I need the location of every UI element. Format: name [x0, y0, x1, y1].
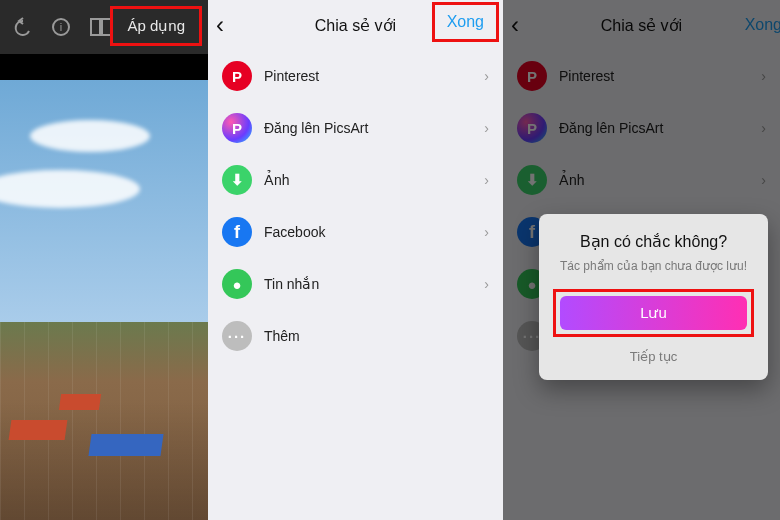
undo-icon[interactable] [8, 14, 34, 40]
share-panel-dimmed: ‹ Chia sẻ với Xong PPinterest›PĐăng lên … [503, 0, 780, 520]
continue-button[interactable]: Tiếp tục [553, 349, 754, 364]
share-row[interactable]: PPinterest› [208, 50, 503, 102]
editor-panel: i Áp dụng [0, 0, 208, 520]
app-icon: ··· [222, 321, 252, 351]
share-panel: ‹ Chia sẻ với Xong PPinterest›PĐăng lên … [208, 0, 503, 520]
back-button[interactable]: ‹ [216, 0, 224, 50]
app-icon: ⬇ [222, 165, 252, 195]
chevron-right-icon: › [484, 120, 489, 136]
info-icon[interactable]: i [48, 14, 74, 40]
share-title: Chia sẻ với [315, 16, 396, 35]
app-icon: ● [222, 269, 252, 299]
chevron-right-icon: › [484, 276, 489, 292]
svg-text:i: i [60, 21, 62, 33]
save-label: Lưu [640, 304, 667, 322]
edited-photo [0, 80, 208, 520]
share-row[interactable]: ⬇Ảnh› [208, 154, 503, 206]
share-row[interactable]: fFacebook› [208, 206, 503, 258]
app-icon: P [222, 61, 252, 91]
save-button[interactable]: Lưu [560, 296, 747, 330]
done-button[interactable]: Xong [447, 13, 484, 30]
app-icon: P [222, 113, 252, 143]
chevron-right-icon: › [484, 68, 489, 84]
share-row-label: Pinterest [264, 68, 319, 84]
share-header: ‹ Chia sẻ với Xong [208, 0, 503, 50]
app-icon: f [222, 217, 252, 247]
share-row-label: Thêm [264, 328, 300, 344]
apply-button[interactable]: Áp dụng [110, 6, 202, 46]
share-row[interactable]: ●Tin nhắn› [208, 258, 503, 310]
share-list: PPinterest›PĐăng lên PicsArt›⬇Ảnh›fFaceb… [208, 50, 503, 362]
chevron-right-icon: › [484, 224, 489, 240]
confirm-dialog: Bạn có chắc không? Tác phẩm của bạn chưa… [539, 214, 768, 380]
share-row[interactable]: ···Thêm [208, 310, 503, 362]
share-row-label: Đăng lên PicsArt [264, 120, 368, 136]
share-row-label: Facebook [264, 224, 325, 240]
dialog-subtitle: Tác phẩm của bạn chưa được lưu! [553, 259, 754, 273]
share-row-label: Ảnh [264, 172, 290, 188]
apply-label: Áp dụng [127, 17, 185, 35]
svg-rect-2 [91, 19, 100, 35]
chevron-right-icon: › [484, 172, 489, 188]
share-row-label: Tin nhắn [264, 276, 319, 292]
dialog-title: Bạn có chắc không? [553, 232, 754, 251]
share-row[interactable]: PĐăng lên PicsArt› [208, 102, 503, 154]
